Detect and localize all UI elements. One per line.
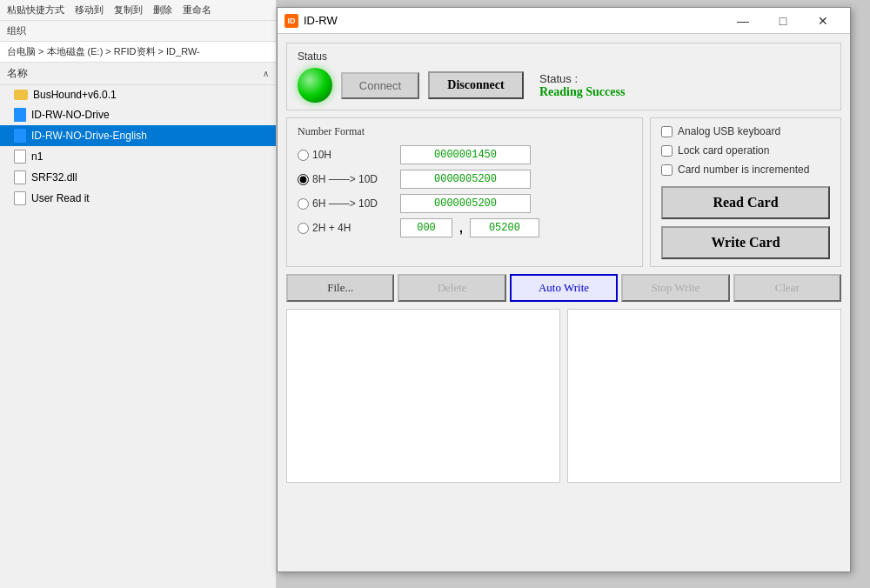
- input-2h-left[interactable]: [400, 218, 452, 237]
- minimize-button[interactable]: —: [723, 8, 763, 34]
- app-title: ID-RW: [304, 14, 338, 27]
- input-8h10d[interactable]: [400, 170, 531, 189]
- list-item[interactable]: n1: [0, 146, 276, 167]
- title-bar-left: ID ID-RW: [284, 14, 338, 28]
- list-item[interactable]: ID-RW-NO-Drive: [0, 104, 276, 125]
- file-name: SRF32.dll: [31, 171, 77, 184]
- input-4h-right[interactable]: [470, 218, 539, 237]
- breadcrumb-text: 台电脑 > 本地磁盘 (E:) > RFID资料 > ID_RW-: [7, 45, 200, 58]
- options-section: Analog USB keyboard Lock card operation …: [650, 117, 841, 267]
- organize-label: 组织: [7, 24, 26, 37]
- input-6h10d[interactable]: [400, 194, 531, 213]
- main-row: Number Format 10H 8H ——> 10D: [286, 117, 841, 267]
- radio-2h4h-input[interactable]: [298, 223, 309, 234]
- radio-6h10d-label: 6H ——> 10D: [312, 197, 378, 210]
- column-name: 名称: [7, 66, 28, 81]
- status-section: Status Connect Disconnect Status : Readi…: [286, 43, 841, 110]
- text-areas-row: [286, 309, 841, 483]
- list-item[interactable]: BusHound+v6.0.1: [0, 85, 276, 104]
- text-area-right[interactable]: [567, 309, 841, 483]
- status-label: Status: [298, 50, 830, 63]
- input-10h[interactable]: [400, 145, 531, 164]
- explorer-toolbar: 粘贴快捷方式 移动到 复制到 删除 重命名: [0, 0, 276, 21]
- list-item-selected[interactable]: ID-RW-NO-Drive-English: [0, 125, 276, 146]
- radio-10h[interactable]: 10H: [298, 149, 393, 161]
- doc-icon: [14, 129, 26, 143]
- status-text-area: Status : Reading Success: [539, 72, 625, 99]
- lock-card-row: Lock card operation: [661, 144, 830, 157]
- format-row-8h10d: 8H ——> 10D: [298, 170, 632, 189]
- number-format-section: Number Format 10H 8H ——> 10D: [286, 117, 643, 267]
- stop-write-button[interactable]: Stop Write: [621, 274, 729, 302]
- radio-10h-input[interactable]: [298, 150, 309, 161]
- format-row-6h10d: 6H ——> 10D: [298, 194, 632, 213]
- toolbar-delete[interactable]: 删除: [153, 3, 172, 17]
- reading-success-text: Reading Success: [539, 85, 625, 99]
- analog-usb-label: Analog USB keyboard: [678, 125, 780, 137]
- file-name: ID-RW-NO-Drive-English: [31, 130, 147, 142]
- radio-8h10d-label: 8H ——> 10D: [312, 173, 378, 185]
- file-name: n1: [31, 150, 43, 163]
- format-row-2h4h: 2H + 4H ,: [298, 218, 632, 237]
- radio-2h4h-label: 2H + 4H: [312, 222, 351, 234]
- txt-icon: [14, 150, 26, 164]
- delete-button[interactable]: Delete: [398, 274, 505, 302]
- file-button[interactable]: File...: [286, 274, 394, 302]
- doc-icon: [14, 108, 26, 122]
- file-name: BusHound+v6.0.1: [33, 89, 117, 101]
- analog-usb-checkbox[interactable]: [661, 126, 673, 137]
- radio-8h10d-input[interactable]: [298, 174, 309, 185]
- lock-card-checkbox[interactable]: [661, 145, 673, 157]
- list-item[interactable]: User Read it: [0, 188, 276, 209]
- organize-row: 组织: [0, 21, 276, 42]
- status-colon: Status :: [539, 72, 625, 85]
- format-row-10h: 10H: [298, 145, 632, 164]
- maximize-button[interactable]: □: [763, 8, 803, 34]
- radio-6h10d-input[interactable]: [298, 198, 309, 210]
- status-row: Connect Disconnect Status : Reading Succ…: [298, 68, 830, 103]
- radio-2h4h[interactable]: 2H + 4H: [298, 222, 393, 234]
- expand-arrow[interactable]: ∧: [263, 69, 269, 78]
- toolbar-move[interactable]: 移动到: [75, 3, 104, 17]
- text-area-left[interactable]: [286, 309, 560, 483]
- txt-icon: [14, 170, 26, 184]
- read-card-button[interactable]: Read Card: [661, 186, 830, 219]
- connect-button[interactable]: Connect: [341, 72, 419, 99]
- number-format-title: Number Format: [298, 125, 632, 138]
- folder-icon: [14, 90, 28, 100]
- radio-6h10d[interactable]: 6H ——> 10D: [298, 197, 393, 210]
- radio-8h10d[interactable]: 8H ——> 10D: [298, 173, 393, 185]
- status-indicator: [298, 68, 332, 103]
- card-incremented-label: Card number is incremented: [678, 164, 809, 176]
- close-button[interactable]: ✕: [803, 8, 843, 34]
- comma-separator: ,: [459, 221, 463, 235]
- app-content: Status Connect Disconnect Status : Readi…: [278, 34, 850, 491]
- breadcrumb[interactable]: 台电脑 > 本地磁盘 (E:) > RFID资料 > ID_RW-: [0, 42, 276, 63]
- toolbar-rename[interactable]: 重命名: [183, 3, 211, 17]
- title-controls: — □ ✕: [723, 8, 843, 34]
- disconnect-button[interactable]: Disconnect: [428, 71, 524, 99]
- radio-10h-label: 10H: [312, 149, 331, 161]
- lock-card-label: Lock card operation: [678, 144, 769, 157]
- toolbar-paste[interactable]: 粘贴快捷方式: [7, 3, 64, 17]
- file-explorer: 粘贴快捷方式 移动到 复制到 删除 重命名 组织 台电脑 > 本地磁盘 (E:)…: [0, 0, 277, 588]
- title-bar: ID ID-RW — □ ✕: [278, 8, 850, 34]
- clear-button[interactable]: Clear: [733, 274, 841, 302]
- card-incremented-checkbox[interactable]: [661, 164, 673, 176]
- write-card-button[interactable]: Write Card: [661, 226, 830, 259]
- app-icon: ID: [284, 14, 298, 28]
- app-window: ID ID-RW — □ ✕ Status Connect Disconnect…: [277, 7, 851, 572]
- file-name: User Read it: [31, 192, 90, 204]
- folder-header: 名称 ∧: [0, 63, 276, 85]
- analog-usb-row: Analog USB keyboard: [661, 125, 830, 137]
- file-list: BusHound+v6.0.1 ID-RW-NO-Drive ID-RW-NO-…: [0, 85, 276, 209]
- toolbar-copy[interactable]: 复制到: [114, 3, 143, 17]
- file-name: ID-RW-NO-Drive: [31, 109, 110, 121]
- txt-icon: [14, 191, 26, 205]
- auto-write-button[interactable]: Auto Write: [510, 274, 618, 302]
- list-item[interactable]: SRF32.dll: [0, 167, 276, 188]
- card-incremented-row: Card number is incremented: [661, 164, 830, 176]
- bottom-toolbar: File... Delete Auto Write Stop Write Cle…: [286, 274, 841, 302]
